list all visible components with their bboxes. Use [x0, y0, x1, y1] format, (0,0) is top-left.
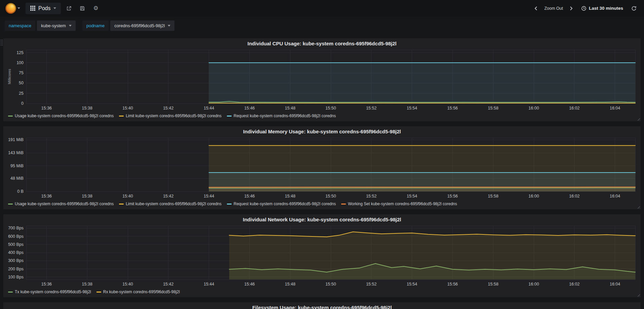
save-button[interactable]	[77, 3, 88, 13]
cpu-usage-chart[interactable]: 15:3615:3815:4015:4215:4415:4615:4815:50…	[7, 48, 637, 112]
share-button[interactable]	[64, 3, 74, 13]
x-tick-label: 15:48	[285, 194, 295, 198]
variable-label-namespace: namespace	[5, 20, 35, 31]
x-tick-label: 16:00	[528, 194, 539, 198]
y-tick-label: 25	[19, 91, 24, 96]
legend-series-label: Request kube-system coredns-695f96dcd5-9…	[234, 114, 336, 118]
panel-memory-usage: Individual Memory Usage: kube-system cor…	[3, 126, 641, 209]
legend-series-color	[119, 204, 124, 205]
legend-series-color	[119, 116, 124, 117]
network-usage-legend: Tx kube-system coredns-695f96dcd5-98j2lR…	[7, 288, 637, 296]
x-tick-label: 15:58	[488, 194, 498, 198]
x-tick-label: 15:36	[41, 282, 52, 286]
time-forward-button[interactable]	[567, 4, 576, 13]
y-tick-label: 50	[19, 81, 24, 85]
x-tick-label: 15:44	[204, 282, 214, 286]
legend-item[interactable]: Limit kube-system coredns-695f96dcd5-98j…	[119, 114, 222, 118]
save-icon	[80, 6, 85, 11]
x-tick-label: 15:36	[41, 194, 52, 198]
x-tick-label: 15:54	[407, 194, 417, 198]
x-tick-label: 15:54	[407, 282, 417, 286]
legend-item[interactable]: Tx kube-system coredns-695f96dcd5-98j2l	[8, 290, 91, 294]
legend-series-color	[8, 204, 13, 205]
x-tick-label: 15:48	[285, 106, 295, 111]
legend-series-color	[227, 204, 232, 205]
variable-namespace: namespace kube-system	[5, 20, 76, 31]
time-range-picker[interactable]: Last 30 minutes	[578, 4, 626, 13]
x-tick-label: 15:42	[163, 106, 173, 111]
x-tick-label: 15:58	[488, 282, 498, 286]
panel-cpu-usage: Individual CPU Usage: kube-system coredn…	[3, 38, 641, 121]
legend-item[interactable]: Rx kube-system coredns-695f96dcd5-98j2l	[96, 290, 180, 294]
refresh-icon	[631, 6, 637, 11]
series-line	[209, 187, 635, 187]
legend-item[interactable]: Working Set kube-system coredns-695f96dc…	[341, 202, 457, 206]
top-navbar: Pods ⚙ Zoom Out La	[0, 0, 644, 16]
y-tick-label: 143 MiB	[8, 150, 24, 155]
legend-series-color	[96, 292, 101, 293]
y-tick-label: 95 MiB	[10, 164, 24, 168]
variable-selected-podname: coredns-695f96dcd5-98j2l	[114, 23, 165, 28]
legend-series-label: Tx kube-system coredns-695f96dcd5-98j2l	[15, 290, 91, 294]
x-tick-label: 15:56	[447, 106, 458, 111]
y-tick-label: 48 MiB	[10, 176, 24, 181]
legend-item[interactable]: Limit kube-system coredns-695f96dcd5-98j…	[119, 202, 222, 206]
panel-filesystem-usage: Filesystem Usage: kube-system coredns-69…	[3, 302, 641, 309]
gear-icon: ⚙	[93, 5, 98, 11]
y-tick-label: 100 Bps	[8, 275, 24, 279]
zoom-out-button[interactable]: Zoom Out	[543, 6, 564, 11]
variable-selected-namespace: kube-system	[41, 23, 66, 28]
series-fill	[229, 232, 635, 279]
legend-item[interactable]: Usage kube-system coredns-695f96dcd5-98j…	[8, 202, 114, 206]
cpu-usage-legend: Usage kube-system coredns-695f96dcd5-98j…	[7, 112, 637, 120]
panel-title[interactable]: Filesystem Usage: kube-system coredns-69…	[7, 304, 637, 309]
x-tick-label: 15:40	[122, 282, 133, 286]
y-tick-label: 300 Bps	[8, 258, 24, 263]
memory-usage-chart[interactable]: 15:3615:3815:4015:4215:4415:4615:4815:50…	[7, 136, 637, 200]
y-tick-label: 0	[21, 101, 24, 106]
x-tick-label: 15:38	[82, 194, 92, 198]
x-tick-label: 15:38	[82, 282, 92, 286]
x-tick-label: 15:52	[366, 194, 376, 198]
x-tick-label: 15:42	[163, 194, 173, 198]
time-back-button[interactable]	[531, 4, 540, 13]
x-tick-label: 16:04	[610, 194, 620, 198]
refresh-button[interactable]	[629, 3, 639, 13]
legend-item[interactable]: Request kube-system coredns-695f96dcd5-9…	[227, 114, 336, 118]
share-icon	[66, 6, 72, 11]
x-tick-label: 16:02	[569, 282, 579, 286]
x-tick-label: 15:50	[325, 282, 336, 286]
x-tick-label: 15:50	[325, 106, 336, 111]
grafana-dashboard: { "navbar": { "title": "Pods", "zoom_out…	[0, 0, 644, 309]
x-tick-label: 16:00	[528, 282, 539, 286]
network-usage-chart[interactable]: 15:3615:3815:4015:4215:4415:4615:4815:50…	[7, 224, 637, 288]
chevron-down-icon	[168, 25, 170, 27]
y-tick-label: 0 B	[17, 189, 24, 194]
legend-series-label: Limit kube-system coredns-695f96dcd5-98j…	[126, 114, 222, 118]
legend-series-color	[8, 292, 13, 293]
panel-title[interactable]: Individual Network Usage: kube-system co…	[7, 216, 637, 224]
chevron-down-icon	[17, 7, 20, 9]
x-tick-label: 15:40	[122, 106, 133, 111]
x-tick-label: 16:04	[610, 106, 620, 111]
panel-title[interactable]: Individual CPU Usage: kube-system coredn…	[7, 40, 637, 48]
x-tick-label: 15:52	[366, 106, 376, 111]
legend-item[interactable]: Request kube-system coredns-695f96dcd5-9…	[227, 202, 336, 206]
row-drag-handle[interactable]	[1, 40, 3, 46]
x-tick-label: 15:56	[447, 282, 458, 286]
dashboard-picker[interactable]: Pods	[26, 3, 61, 14]
x-tick-label: 15:44	[204, 194, 214, 198]
series-fill	[209, 187, 635, 191]
y-tick-label: 400 Bps	[8, 250, 24, 255]
x-tick-label: 16:04	[610, 282, 620, 286]
grafana-menu-button[interactable]	[5, 2, 21, 15]
variable-value-podname[interactable]: coredns-695f96dcd5-98j2l	[110, 20, 174, 31]
settings-button[interactable]: ⚙	[90, 3, 101, 13]
variable-value-namespace[interactable]: kube-system	[37, 20, 76, 31]
x-tick-label: 15:48	[285, 282, 295, 286]
legend-item[interactable]: Usage kube-system coredns-695f96dcd5-98j…	[8, 114, 114, 118]
panel-title[interactable]: Individual Memory Usage: kube-system cor…	[7, 128, 637, 136]
x-tick-label: 15:40	[122, 194, 133, 198]
grafana-logo	[5, 3, 16, 14]
legend-series-label: Limit kube-system coredns-695f96dcd5-98j…	[126, 202, 222, 206]
